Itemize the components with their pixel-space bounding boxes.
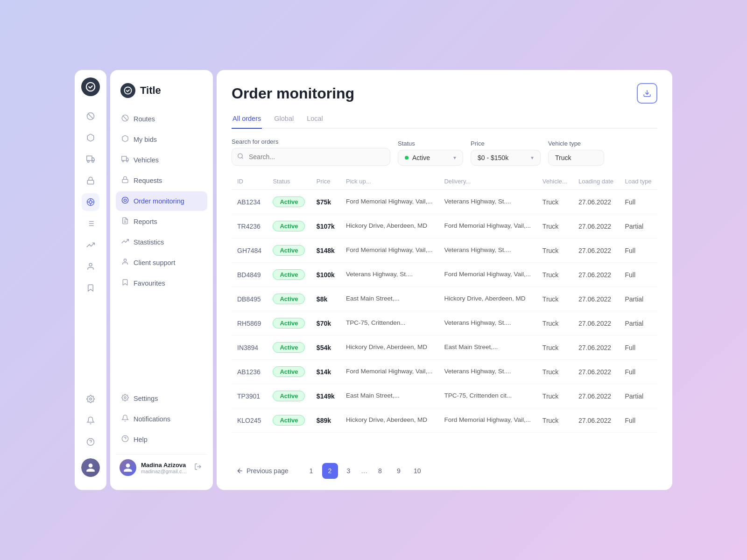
status-badge: Active: [273, 221, 305, 231]
cell-price: $107k: [311, 214, 340, 238]
cell-vehicle: Truck: [537, 336, 573, 360]
sidebar-item-vehicles[interactable]: Vehicles: [116, 150, 207, 170]
sidebar-item-help[interactable]: Help: [116, 430, 207, 449]
cell-load-type: Full: [620, 408, 658, 433]
sidebar-item-notifications[interactable]: Notifications: [116, 409, 207, 429]
cell-price: $149k: [311, 384, 340, 408]
col-price: Price: [311, 173, 340, 190]
monitor-nav-icon[interactable]: [82, 193, 99, 211]
status-value: Active: [412, 154, 450, 161]
sidebar-item-my-bids[interactable]: My bids: [116, 130, 207, 149]
cell-load-type: Partial: [620, 214, 658, 238]
box-nav-icon[interactable]: [82, 129, 99, 147]
table-row[interactable]: TP3901 Active $149k East Main Street,...…: [232, 384, 657, 408]
sidebar-item-client-support[interactable]: Client support: [116, 253, 207, 273]
settings-nav-icon[interactable]: [82, 390, 99, 408]
cell-pickup: Ford Memorial Highway, Vail,...: [340, 190, 438, 214]
logout-button[interactable]: [192, 461, 204, 474]
bookmark-nav-icon[interactable]: [82, 279, 99, 297]
vehicle-filter-group: Vehicle type Truck: [548, 140, 604, 166]
truck-nav-icon[interactable]: [82, 150, 99, 168]
sidebar-title-row[interactable]: Title: [116, 79, 207, 102]
table-row[interactable]: AB1234 Active $75k Ford Memorial Highway…: [232, 190, 657, 214]
sidebar-item-settings[interactable]: Settings: [116, 389, 207, 408]
cell-id: AB1234: [232, 190, 267, 214]
page-2-button[interactable]: 2: [322, 463, 338, 479]
page-9-button[interactable]: 9: [391, 463, 407, 479]
table-row[interactable]: TR4236 Active $107k Hickory Drive, Aberd…: [232, 214, 657, 238]
page-3-button[interactable]: 3: [341, 463, 357, 479]
table-row[interactable]: KLO245 Active $89k Hickory Drive, Aberde…: [232, 408, 657, 433]
sidebar-item-statistics[interactable]: Stastistics: [116, 232, 207, 252]
order-monitoring-icon: [121, 196, 129, 206]
help-sidebar-icon: [121, 435, 129, 444]
statistics-icon: [121, 238, 129, 247]
status-filter-group: Status Active ▾: [398, 140, 463, 166]
previous-page-button[interactable]: Previous page: [232, 464, 293, 477]
list-nav-icon[interactable]: [82, 215, 99, 232]
cell-date: 27.06.2022: [573, 263, 620, 287]
cell-pickup: East Main Street,...: [340, 384, 438, 408]
table-row[interactable]: AB1236 Active $14k Ford Memorial Highway…: [232, 360, 657, 384]
status-badge: Active: [273, 391, 305, 401]
svg-point-19: [90, 398, 92, 400]
table-row[interactable]: GH7484 Active $148k Ford Memorial Highwa…: [232, 238, 657, 263]
table-row[interactable]: DB8495 Active $8k East Main Street,... H…: [232, 287, 657, 311]
help-nav-icon[interactable]: [82, 433, 99, 451]
bell-nav-icon[interactable]: [82, 412, 99, 429]
tab-local[interactable]: Local: [306, 111, 324, 129]
sidebar-item-reports[interactable]: Reports: [116, 212, 207, 231]
price-select[interactable]: $0 - $150k ▾: [471, 150, 541, 166]
svg-line-23: [123, 116, 127, 120]
svg-rect-2: [87, 156, 92, 161]
status-select[interactable]: Active ▾: [398, 150, 463, 166]
chart-nav-icon[interactable]: [82, 236, 99, 254]
status-badge: Active: [273, 415, 305, 426]
routes-nav-icon[interactable]: [82, 107, 99, 125]
table-row[interactable]: RH5869 Active $70k TPC-75, Crittenden...…: [232, 311, 657, 336]
routes-icon: [121, 114, 129, 124]
page-10-button[interactable]: 10: [409, 463, 425, 479]
page-1-button[interactable]: 1: [303, 463, 319, 479]
cell-load-type: Full: [620, 190, 658, 214]
search-filter-group: Search for orders: [232, 138, 390, 166]
status-badge: Active: [273, 245, 305, 256]
user-avatar: [120, 459, 136, 476]
price-chevron-icon: ▾: [531, 154, 534, 161]
sidebar-item-order-monitoring[interactable]: Order monitoring: [116, 191, 207, 211]
user-nav-icon[interactable]: [82, 258, 99, 275]
cell-vehicle: Truck: [537, 360, 573, 384]
download-button[interactable]: [637, 83, 657, 104]
svg-point-7: [89, 201, 92, 203]
table-row[interactable]: IN3894 Active $54k Hickory Drive, Aberde…: [232, 336, 657, 360]
tab-all-orders[interactable]: All orders: [232, 111, 262, 129]
tab-global[interactable]: Global: [273, 111, 295, 129]
cell-pickup: Ford Memorial Highway, Vail,...: [340, 360, 438, 384]
cell-date: 27.06.2022: [573, 214, 620, 238]
sidebar-item-favourites[interactable]: Favourites: [116, 273, 207, 293]
cell-id: IN3894: [232, 336, 267, 360]
table-row[interactable]: BD4849 Active $100k Veterans Highway, St…: [232, 263, 657, 287]
logo-button[interactable]: [81, 77, 100, 96]
page-8-button[interactable]: 8: [372, 463, 388, 479]
cell-price: $75k: [311, 190, 340, 214]
cell-status: Active: [267, 336, 310, 360]
user-avatar-icon-sidebar[interactable]: [81, 458, 100, 477]
content-header: Order monitoring All orders Global Local: [217, 70, 672, 129]
cell-pickup: Hickory Drive, Aberdeen, MD: [340, 408, 438, 433]
cell-id: TR4236: [232, 214, 267, 238]
search-input[interactable]: [232, 148, 390, 166]
tabs-row: All orders Global Local: [232, 111, 657, 129]
cell-id: DB8495: [232, 287, 267, 311]
user-profile-row[interactable]: Madina Azizova madinaz@gmail.com: [116, 454, 207, 481]
cell-id: GH7484: [232, 238, 267, 263]
cell-id: AB1236: [232, 360, 267, 384]
svg-point-18: [89, 263, 92, 266]
sidebar-item-requests[interactable]: Requests: [116, 171, 207, 190]
lock-nav-icon[interactable]: [82, 172, 99, 189]
svg-point-28: [122, 197, 128, 203]
vehicle-select[interactable]: Truck: [548, 150, 604, 166]
cell-id: BD4849: [232, 263, 267, 287]
cell-date: 27.06.2022: [573, 408, 620, 433]
sidebar-item-routes[interactable]: Routes: [116, 109, 207, 129]
